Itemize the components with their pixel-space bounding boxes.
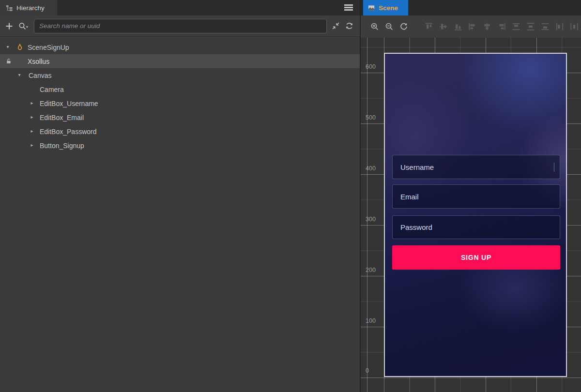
zoom-in-icon[interactable]	[370, 22, 379, 31]
align-v-center-icon[interactable]	[439, 22, 448, 31]
hierarchy-tabbar: Hierarchy	[0, 0, 360, 15]
tree-item-label: EditBox_Email	[40, 114, 84, 121]
align-left-icon[interactable]	[468, 22, 477, 31]
collapse-arrow-icon[interactable]: ▸	[29, 128, 35, 134]
collapse-all-button[interactable]	[331, 21, 340, 30]
text-cursor	[554, 163, 554, 172]
tree-item-label: SceneSignUp	[28, 44, 69, 51]
ruler-label-300: 300	[366, 215, 376, 224]
scene-tab-label: Scene	[379, 4, 398, 12]
tree-item-label: Xsollus	[28, 58, 49, 65]
scene-tabbar: Scene	[361, 0, 581, 15]
collapse-arrow-icon[interactable]: ▸	[29, 142, 35, 148]
ruler-label-100: 100	[366, 317, 376, 325]
ruler-label-0: 0	[366, 366, 369, 375]
distribute-h-center-icon[interactable]	[570, 22, 579, 31]
username-placeholder: Username	[400, 163, 434, 171]
search-icon	[18, 22, 30, 30]
scene-panel: Scene	[361, 0, 581, 392]
tab-scene[interactable]: Scene	[363, 0, 408, 15]
expand-arrow-icon[interactable]: ▾	[16, 72, 22, 77]
reset-view-icon[interactable]	[399, 22, 408, 31]
hierarchy-tree-icon	[6, 4, 13, 12]
hierarchy-tree: ▾ SceneSignUp Xsollus ▾	[0, 37, 360, 392]
editbox-email[interactable]: Email	[392, 184, 560, 209]
hierarchy-toolbar	[0, 15, 360, 37]
plus-icon	[5, 22, 14, 30]
search-filter-button[interactable]	[18, 22, 30, 30]
tree-item-button-signup[interactable]: ▸ Button_Signup	[0, 138, 360, 152]
hierarchy-tab-label: Hierarchy	[16, 4, 45, 12]
add-node-button[interactable]	[5, 22, 14, 30]
collapse-arrow-icon[interactable]: ▸	[29, 114, 35, 120]
hierarchy-panel: Hierarchy	[0, 0, 360, 392]
editbox-password[interactable]: Password	[392, 215, 560, 239]
tree-item-editbox-username[interactable]: ▸ EditBox_Username	[0, 96, 360, 110]
align-top-icon[interactable]	[425, 22, 433, 31]
ruler-label-400: 400	[366, 164, 376, 173]
signup-button-label: SIGN UP	[461, 254, 491, 261]
align-bottom-icon[interactable]	[454, 22, 462, 31]
email-placeholder: Email	[400, 193, 419, 201]
ruler-label-500: 500	[366, 113, 376, 122]
scene-toolbar	[361, 15, 581, 38]
distribute-top-icon[interactable]	[512, 22, 520, 31]
scene-canvas[interactable]: 600 500 400 300 200 100 0 Username Email…	[361, 38, 581, 392]
distribute-left-icon[interactable]	[555, 22, 564, 31]
signup-screen-preview[interactable]: Username Email Password SIGN UP	[384, 53, 567, 377]
tree-item-canvas[interactable]: ▾ Canvas	[0, 68, 360, 82]
align-right-icon[interactable]	[497, 22, 506, 31]
collapse-all-icon	[331, 21, 340, 30]
refresh-button[interactable]	[345, 21, 354, 30]
signup-button[interactable]: SIGN UP	[392, 245, 560, 270]
collapse-arrow-icon[interactable]: ▸	[29, 100, 35, 106]
editor-window: Hierarchy	[0, 0, 581, 392]
distribute-bottom-icon[interactable]	[541, 22, 550, 31]
tree-item-editbox-password[interactable]: ▸ EditBox_Password	[0, 124, 360, 138]
unlock-icon[interactable]	[5, 58, 13, 65]
tree-item-label: EditBox_Password	[40, 128, 97, 136]
distribute-v-center-icon[interactable]	[526, 22, 535, 31]
tree-item-camera[interactable]: Camera	[0, 82, 360, 96]
tree-item-editbox-email[interactable]: ▸ EditBox_Email	[0, 110, 360, 124]
ruler-label-200: 200	[366, 266, 376, 274]
tree-item-label: EditBox_Username	[40, 100, 98, 107]
tree-item-scenesignup[interactable]: ▾ SceneSignUp	[0, 40, 360, 54]
tree-item-label: Camera	[40, 86, 64, 93]
align-h-center-icon[interactable]	[483, 22, 491, 31]
refresh-icon	[345, 21, 354, 30]
panel-menu-icon[interactable]	[344, 4, 353, 11]
ruler-label-600: 600	[366, 62, 376, 71]
zoom-out-icon[interactable]	[385, 22, 394, 31]
password-placeholder: Password	[400, 223, 432, 231]
search-input[interactable]	[34, 19, 327, 33]
tree-item-xsollus[interactable]: Xsollus	[0, 54, 360, 68]
expand-arrow-icon[interactable]: ▾	[5, 44, 11, 49]
tab-hierarchy[interactable]: Hierarchy	[0, 0, 57, 15]
scene-image-icon	[368, 4, 375, 12]
tree-item-label: Button_Signup	[40, 142, 84, 150]
tree-item-label: Canvas	[29, 72, 51, 79]
flame-icon	[16, 44, 24, 51]
editbox-username[interactable]: Username	[392, 155, 560, 179]
